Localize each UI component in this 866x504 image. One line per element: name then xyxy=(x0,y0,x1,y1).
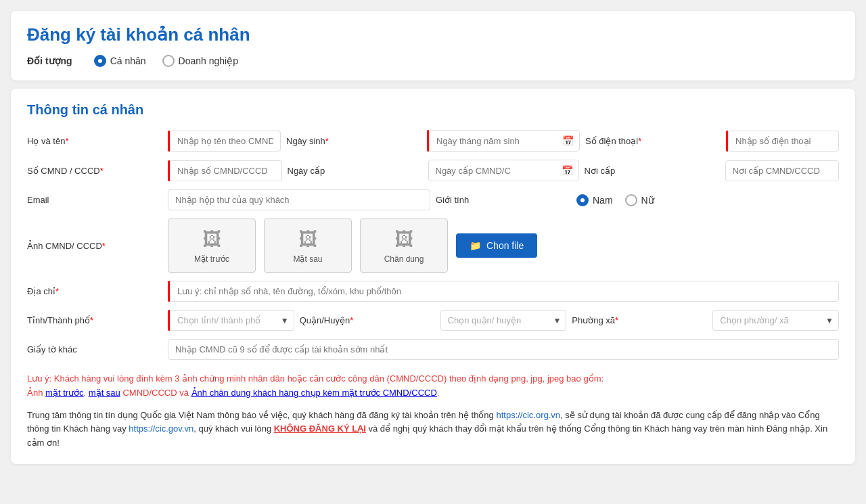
chan-dung-label: Chân dung xyxy=(384,254,424,264)
anh-cmnd-label: Ảnh CMND/ CCCD* xyxy=(27,241,162,251)
mat-truoc-label: Mặt trước xyxy=(194,254,229,264)
quan-huyen-select-wrap: Chọn quận/ huyện ▼ xyxy=(440,310,567,331)
radio-group: Cá nhân Doanh nghiệp xyxy=(94,55,238,67)
radio-nu[interactable]: Nữ xyxy=(625,194,654,206)
email-input[interactable] xyxy=(168,189,430,210)
ngay-sinh-wrap: 📅 xyxy=(427,130,580,152)
note-1: Lưu ý: Khách hàng vui lòng đính kèm 3 ản… xyxy=(27,372,839,400)
note1-comma: , xyxy=(84,388,89,398)
giay-to-wrap xyxy=(168,339,839,360)
anh-cmnd-row: Ảnh CMND/ CCCD* 🖼 Mặt trước 🖼 Mặt sau 🖼 … xyxy=(27,219,839,273)
image-icon-mat-truoc: 🖼 xyxy=(202,228,221,250)
note-2: Trung tâm thông tin tín dụng Quốc gia Vi… xyxy=(27,409,839,451)
so-dien-thoai-input[interactable] xyxy=(728,131,839,152)
quan-huyen-label: Quận/Huyện* xyxy=(300,315,435,325)
note2-link2[interactable]: https://cic.gov.vn xyxy=(129,423,193,434)
doi-tuong-label: Đối tượng xyxy=(27,55,72,66)
page-title: Đăng ký tài khoản cá nhân xyxy=(27,24,839,45)
noi-cap-label: Nơi cấp xyxy=(585,166,720,176)
ngay-cap-label: Ngày cấp xyxy=(288,166,423,176)
radio-ca-nhan-circle[interactable] xyxy=(94,55,106,67)
radio-nam-circle[interactable] xyxy=(576,194,589,206)
note1-part3: CMND/CCCD và xyxy=(120,388,191,398)
ngay-sinh-label: Ngày sinh* xyxy=(286,136,421,146)
form-row-1: Họ và tên* Ngày sinh* 📅 Số điện thoại* xyxy=(27,130,839,152)
radio-nam[interactable]: Nam xyxy=(576,194,613,206)
note1-chan-dung-link[interactable]: Ảnh chân dung khách hàng chụp kèm mặt tr… xyxy=(191,388,437,398)
so-dien-thoai-label: Số điện thoại* xyxy=(585,136,721,146)
so-cmnd-label: Số CMND / CCCD* xyxy=(27,166,162,176)
anh-upload-area: 🖼 Mặt trước 🖼 Mặt sau 🖼 Chân dung 📁 Chon… xyxy=(168,219,839,273)
top-card: Đăng ký tài khoản cá nhân Đối tượng Cá n… xyxy=(11,11,855,81)
tinh-label: Tỉnh/Thành phố* xyxy=(27,315,162,325)
dia-chi-row: Địa chỉ* xyxy=(27,281,839,302)
folder-icon: 📁 xyxy=(470,240,481,251)
radio-doanh-nghiep[interactable]: Doanh nghiệp xyxy=(162,55,238,67)
quan-huyen-select[interactable]: Chọn quận/ huyện xyxy=(440,310,567,331)
form-row-2: Số CMND / CCCD* Ngày cấp 📅 Nơi cấp xyxy=(27,160,839,181)
giay-to-input[interactable] xyxy=(168,339,839,360)
ngay-sinh-input[interactable] xyxy=(430,131,557,151)
ngay-cap-input-group: 📅 xyxy=(428,160,579,181)
form-row-3: Email Giới tính Nam Nữ xyxy=(27,189,839,210)
radio-nu-circle[interactable] xyxy=(625,194,637,206)
so-cmnd-wrap xyxy=(168,160,282,181)
tinh-select-wrap: Chọn tỉnh/ thành phố ▼ xyxy=(168,310,294,331)
giay-to-row: Giấy tờ khác xyxy=(27,339,839,360)
note1-part1: Lưu ý: Khách hàng vui lòng đính kèm 3 ản… xyxy=(27,373,603,384)
main-card: Thông tin cá nhân Họ và tên* Ngày sinh* … xyxy=(11,89,855,464)
calendar-icon-2[interactable]: 📅 xyxy=(556,160,578,181)
phuong-xa-label: Phường xã* xyxy=(572,315,707,325)
ho-ten-wrap xyxy=(168,131,281,152)
gender-group: Nam Nữ xyxy=(576,194,839,206)
ngay-sinh-input-group: 📅 xyxy=(429,130,580,152)
chon-file-label: Chon file xyxy=(486,240,524,251)
note2-part1: Trung tâm thông tin tín dụng Quốc gia Vi… xyxy=(27,410,496,420)
image-icon-mat-sau: 🖼 xyxy=(298,228,317,250)
note2-part3: , quý khách vui lòng xyxy=(193,423,274,434)
radio-doanh-nghiep-label: Doanh nghiệp xyxy=(179,55,238,66)
noi-cap-input[interactable] xyxy=(725,160,840,181)
note1-mat-truoc-link[interactable]: mặt trước xyxy=(45,388,84,398)
image-icon-chan-dung: 🖼 xyxy=(394,228,413,250)
radio-ca-nhan[interactable]: Cá nhân xyxy=(94,55,146,67)
radio-nu-label: Nữ xyxy=(641,195,654,206)
radio-doanh-nghiep-circle[interactable] xyxy=(162,55,175,67)
dia-chi-label: Địa chỉ* xyxy=(27,286,162,296)
ho-ten-input[interactable] xyxy=(170,131,281,152)
section-title: Thông tin cá nhân xyxy=(27,102,839,118)
location-row: Tỉnh/Thành phố* Chọn tỉnh/ thành phố ▼ Q… xyxy=(27,310,839,331)
dia-chi-input[interactable] xyxy=(170,281,839,302)
ho-ten-label: Họ và tên* xyxy=(27,136,162,146)
note2-link1[interactable]: https://cic.org.vn xyxy=(496,410,560,420)
email-label: Email xyxy=(27,195,162,205)
mat-sau-label: Mặt sau xyxy=(293,254,322,264)
giay-to-label: Giấy tờ khác xyxy=(27,344,162,354)
tinh-select[interactable]: Chọn tỉnh/ thành phố xyxy=(170,310,294,331)
so-dien-thoai-wrap xyxy=(726,131,839,152)
ngay-cap-input[interactable] xyxy=(429,161,556,181)
dia-chi-wrap xyxy=(168,281,839,302)
note1-mat-sau-link[interactable]: mặt sau xyxy=(89,388,120,398)
ngay-cap-wrap: 📅 xyxy=(428,160,579,181)
radio-nam-label: Nam xyxy=(593,195,613,206)
chon-file-button[interactable]: 📁 Chon file xyxy=(456,233,537,258)
phuong-xa-select[interactable]: Chọn phường/ xã xyxy=(712,310,839,331)
note1-part2: Ảnh xyxy=(27,388,45,398)
calendar-icon-1[interactable]: 📅 xyxy=(557,131,579,151)
doi-tuong-row: Đối tượng Cá nhân Doanh nghiệp xyxy=(27,55,839,67)
note1-end: . xyxy=(437,388,440,398)
upload-mat-truoc[interactable]: 🖼 Mặt trước xyxy=(168,219,256,273)
radio-ca-nhan-label: Cá nhân xyxy=(110,55,146,66)
upload-chan-dung[interactable]: 🖼 Chân dung xyxy=(360,219,448,273)
so-cmnd-input[interactable] xyxy=(170,160,282,181)
noi-cap-wrap xyxy=(725,160,840,181)
upload-mat-sau[interactable]: 🖼 Mặt sau xyxy=(264,219,352,273)
note2-highlight[interactable]: KHÔNG ĐĂNG KÝ LẠI xyxy=(274,423,366,434)
gioi-tinh-label: Giới tính xyxy=(436,195,571,205)
phuong-xa-select-wrap: Chọn phường/ xã ▼ xyxy=(712,310,839,331)
email-wrap xyxy=(168,189,430,210)
